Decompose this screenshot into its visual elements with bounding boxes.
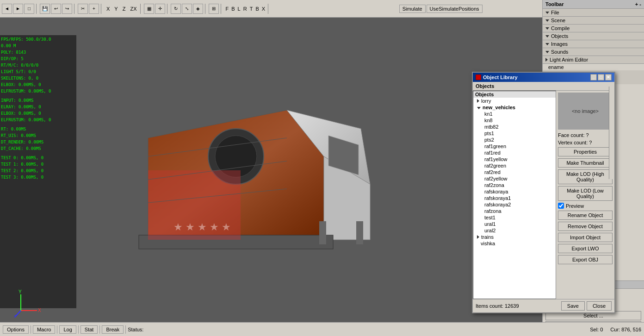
file-section-header[interactable]: File (543, 9, 644, 16)
no-image-box: <no image> (558, 93, 613, 130)
dialog-minimize-btn[interactable]: _ (590, 74, 597, 81)
tree-raf1yellow[interactable]: raf1yellow (473, 156, 556, 162)
stat-btn[interactable]: Stat (80, 325, 98, 334)
tree-rafskoraya2[interactable]: rafskoraya2 (473, 201, 556, 208)
tree-raf2green[interactable]: raf2green (473, 162, 556, 169)
fps-label: FPS/RFPS: (1, 37, 24, 42)
properties-btn[interactable]: Properties (558, 147, 613, 156)
break-btn[interactable]: Break (102, 325, 124, 334)
tree-rafzona[interactable]: rafzona (473, 208, 556, 214)
status-div3 (78, 325, 79, 334)
vertex-count-label: Vertex count: (558, 140, 588, 145)
main-viewport[interactable]: FPS/RFPS: 500.0/30.0 0.00 M POLY: 8143 D… (0, 18, 542, 322)
z-label: Z (121, 6, 128, 12)
sounds-section-header[interactable]: Sounds (543, 48, 644, 56)
export-obj-btn[interactable]: Export OBJ (558, 255, 613, 264)
tree-vishka[interactable]: vishka (473, 240, 556, 247)
tree-raf1green[interactable]: raf1green (473, 143, 556, 149)
rt-mc-label: RT/M/C: (1, 63, 19, 68)
tree-pts1[interactable]: pts1 (473, 130, 556, 137)
objects-section-header[interactable]: Objects (543, 32, 644, 40)
right-ename[interactable]: ename (543, 64, 644, 70)
test3-label: TEST 3: (1, 175, 19, 180)
dialog-maximize-btn[interactable]: □ (598, 74, 604, 81)
y-label: Y (112, 6, 119, 12)
use-simulate-pos-btn[interactable]: UseSimulatePositions (427, 5, 483, 13)
skeletons-label: SKELETONS: (1, 76, 26, 81)
poly-label: POLY: (1, 50, 13, 55)
test1-val: 0.00MS, 0 (21, 162, 43, 167)
toolbar-fwd-btn[interactable]: ► (13, 4, 23, 14)
tree-raf2yellow[interactable]: raf2yellow (473, 175, 556, 182)
objects-arrow-icon (545, 35, 549, 37)
tree-ural1[interactable]: ural1 (473, 221, 556, 227)
make-lod-low-btn[interactable]: Make LOD (Low Quality) (558, 186, 613, 201)
b2-label: B (254, 6, 260, 12)
objects-label: Objects (551, 33, 568, 39)
tree-raf2zona[interactable]: raf2zona (473, 182, 556, 188)
tree-kn8[interactable]: kn8 (473, 117, 556, 124)
scene-section-header[interactable]: Scene (543, 17, 644, 24)
import-object-btn[interactable]: Import Object (558, 233, 613, 242)
export-lwo-btn[interactable]: Export LWO (558, 244, 613, 253)
toolbar-grid-btn[interactable]: ▦ (144, 4, 154, 14)
toolbar-pivot-btn[interactable]: ◈ (193, 4, 203, 14)
toolbar-back-btn[interactable]: ◄ (2, 4, 12, 14)
toolbar-undo-btn[interactable]: ↩ (51, 4, 61, 14)
tree-new-vehicles-cat[interactable]: new_vehicles (473, 104, 556, 111)
make-thumbnail-btn[interactable]: Make Thumbnail (558, 158, 613, 168)
toolbar-save-btn[interactable]: 💾 (40, 4, 50, 14)
tree-raf2red[interactable]: raf2red (473, 169, 556, 175)
tree-mtb82[interactable]: mtb82 (473, 124, 556, 130)
test0-val: 0.00MS, 0 (21, 156, 43, 160)
scrollbar-track[interactable] (609, 87, 614, 179)
test2-label: TEST 2: (1, 168, 19, 173)
macro-btn[interactable]: Macro (33, 325, 56, 334)
images-section-header[interactable]: Images (543, 40, 644, 48)
log-btn[interactable]: Log (59, 325, 76, 334)
object-tree[interactable]: Objects lorry new_vehicles kn1 kn8 mtb82… (473, 91, 556, 299)
toolbar-snap-btn[interactable]: ⊞ (209, 4, 219, 14)
close-btn[interactable]: Close (587, 301, 612, 311)
rename-object-btn[interactable]: Rename Object (558, 211, 613, 220)
tree-test1[interactable]: test1 (473, 214, 556, 221)
make-lod-high-btn[interactable]: Make LOD (High Quality) (558, 169, 613, 184)
options-btn[interactable]: Options (3, 325, 29, 334)
right-panel-controls: + - (635, 1, 641, 7)
toolbar-redo-btn[interactable]: ↪ (62, 4, 72, 14)
r-label: R (242, 6, 248, 12)
toolbar-new-btn[interactable]: □ (24, 4, 34, 14)
object-library-dialog: Object Library _ □ ✕ Objects Objects lor… (472, 72, 615, 313)
light-anim-section-header[interactable]: Light Anim Editor (543, 56, 644, 63)
vehicle-3d-view: ★ ★ ★ ★ ★ (93, 64, 393, 295)
toolbar-cut-btn[interactable]: ✂ (78, 4, 88, 14)
tree-trains[interactable]: trains (473, 234, 556, 240)
dialog-close-btn[interactable]: ✕ (605, 74, 612, 81)
tree-rafskoraya1[interactable]: rafskoraya1 (473, 195, 556, 201)
scene-arrow-icon (545, 19, 549, 22)
tree-rafskoraya[interactable]: rafskoraya (473, 188, 556, 195)
tree-raf1red[interactable]: raf1red (473, 149, 556, 156)
simulate-btn[interactable]: Simulate (399, 5, 426, 13)
rt-val: 0.00MS (11, 127, 26, 131)
light-st-label: LIGHT S/T: (1, 69, 26, 74)
tree-ural2[interactable]: ural2 (473, 227, 556, 234)
tree-kn1[interactable]: kn1 (473, 111, 556, 117)
save-btn[interactable]: Save (561, 301, 585, 311)
tree-lorry[interactable]: lorry (473, 98, 556, 104)
preview-checkbox[interactable] (558, 203, 564, 209)
elfrustum-label: ELFRUSTUM: (1, 89, 26, 93)
skeletons-val: 0, 0 (29, 76, 39, 81)
toolbar-select-btn[interactable]: + (89, 4, 99, 14)
elbox2-label: ELBOX: (1, 111, 16, 116)
f-label: F (224, 6, 229, 12)
toolbar-move-btn[interactable]: ✛ (155, 4, 165, 14)
compile-section-header[interactable]: Compile (543, 25, 644, 32)
test2-val: 0.00MS, 0 (21, 168, 43, 173)
remove-object-btn[interactable]: Remove Object (558, 222, 613, 231)
toolbar-rot-btn[interactable]: ↻ (171, 4, 181, 14)
toolbar-scale-btn[interactable]: ⤡ (182, 4, 192, 14)
svg-rect-13 (356, 221, 363, 244)
tree-pts2[interactable]: pts2 (473, 137, 556, 143)
dt-cache-label: DT_CACHE: (1, 146, 24, 151)
